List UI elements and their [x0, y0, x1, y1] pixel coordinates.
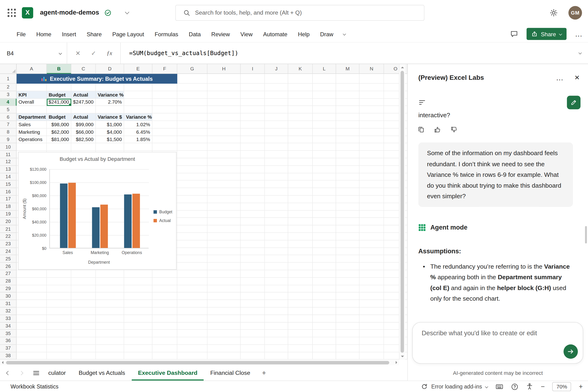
- cell-F27[interactable]: [152, 270, 177, 278]
- cell-K4[interactable]: [288, 99, 313, 106]
- cell-E35[interactable]: [124, 330, 152, 338]
- cell-B5[interactable]: [47, 106, 71, 114]
- cell-D36[interactable]: [96, 338, 124, 345]
- cell-A27[interactable]: [17, 270, 47, 278]
- cell-N3[interactable]: [359, 91, 384, 99]
- row-header-8[interactable]: 8: [0, 128, 17, 136]
- row-header-28[interactable]: 28: [0, 278, 17, 285]
- cell-D38[interactable]: [96, 352, 124, 360]
- row-header-23[interactable]: 23: [0, 240, 17, 248]
- cell-I16[interactable]: [241, 188, 265, 196]
- cell-B2[interactable]: [47, 84, 71, 91]
- cell-C36[interactable]: [71, 338, 96, 345]
- cell-M13[interactable]: [336, 166, 359, 173]
- column-header-G[interactable]: G: [177, 64, 207, 74]
- cell-A7[interactable]: Sales: [17, 121, 47, 128]
- cell-G18[interactable]: [177, 203, 207, 210]
- cell-M36[interactable]: [336, 338, 359, 345]
- cell-N15[interactable]: [359, 180, 384, 188]
- cell-G27[interactable]: [177, 270, 207, 278]
- cell-G31[interactable]: [177, 300, 207, 308]
- cell-J11[interactable]: [265, 151, 288, 158]
- cell-K20[interactable]: [288, 218, 313, 226]
- cell-J25[interactable]: [265, 255, 288, 263]
- row-header-3[interactable]: 3: [0, 91, 17, 99]
- formula-input[interactable]: =SUM(budget_vs_actuals[Budget]): [129, 50, 238, 56]
- row-header-12[interactable]: 12: [0, 158, 17, 166]
- cell-H21[interactable]: [207, 225, 241, 233]
- cell-G8[interactable]: [177, 128, 207, 136]
- cell-J20[interactable]: [265, 218, 288, 226]
- cell-G38[interactable]: [177, 352, 207, 360]
- cell-B28[interactable]: [47, 278, 71, 285]
- cell-L6[interactable]: [313, 114, 336, 121]
- accessibility-icon[interactable]: [526, 383, 533, 390]
- dashboard-banner-cell[interactable]: Executive Summary: Budget vs Actuals: [17, 74, 177, 84]
- row-header-33[interactable]: 33: [0, 315, 17, 322]
- cell-D3[interactable]: Variance %: [96, 91, 124, 99]
- cell-C30[interactable]: [71, 292, 96, 300]
- cell-H23[interactable]: [207, 240, 241, 248]
- ribbon-tab-insert[interactable]: Insert: [57, 26, 81, 42]
- row-header-31[interactable]: 31: [0, 300, 17, 308]
- cell-L30[interactable]: [313, 292, 336, 300]
- cell-G25[interactable]: [177, 255, 207, 263]
- cell-G37[interactable]: [177, 345, 207, 352]
- horizontal-scrollbar[interactable]: [0, 360, 399, 365]
- cell-N7[interactable]: [359, 121, 384, 128]
- cell-N4[interactable]: [359, 99, 384, 106]
- column-header-K[interactable]: K: [288, 64, 313, 74]
- cell-K35[interactable]: [288, 330, 313, 338]
- cell-F6[interactable]: [152, 114, 177, 121]
- cell-G33[interactable]: [177, 315, 207, 322]
- cell-M9[interactable]: [336, 136, 359, 144]
- cell-F33[interactable]: [152, 315, 177, 322]
- ribbon-tab-review[interactable]: Review: [206, 26, 235, 42]
- cell-L10[interactable]: [313, 144, 336, 151]
- row-header-1[interactable]: 1: [0, 74, 17, 84]
- cell-G26[interactable]: [177, 263, 207, 270]
- cell-D27[interactable]: [96, 270, 124, 278]
- cell-E7[interactable]: 1.02%: [124, 121, 152, 128]
- cell-J17[interactable]: [265, 196, 288, 203]
- cell-F7[interactable]: [152, 121, 177, 128]
- cell-E2[interactable]: [124, 84, 152, 91]
- cell-G21[interactable]: [177, 225, 207, 233]
- cell-G17[interactable]: [177, 196, 207, 203]
- cell-M6[interactable]: [336, 114, 359, 121]
- cell-H31[interactable]: [207, 300, 241, 308]
- cell-C3[interactable]: Actual: [71, 91, 96, 99]
- cell-G22[interactable]: [177, 233, 207, 240]
- cell-K36[interactable]: [288, 338, 313, 345]
- cell-H1[interactable]: [207, 74, 241, 84]
- cell-J37[interactable]: [265, 345, 288, 352]
- cell-H19[interactable]: [207, 210, 241, 218]
- cell-N8[interactable]: [359, 128, 384, 136]
- cell-M1[interactable]: [336, 74, 359, 84]
- cell-I18[interactable]: [241, 203, 265, 210]
- cell-L16[interactable]: [313, 188, 336, 196]
- previous-sheet-chevron-icon[interactable]: [6, 371, 10, 375]
- cell-G28[interactable]: [177, 278, 207, 285]
- cell-J28[interactable]: [265, 278, 288, 285]
- cell-K14[interactable]: [288, 173, 313, 181]
- cell-I31[interactable]: [241, 300, 265, 308]
- cell-G34[interactable]: [177, 322, 207, 330]
- cell-C28[interactable]: [71, 278, 96, 285]
- cell-G16[interactable]: [177, 188, 207, 196]
- cell-I36[interactable]: [241, 338, 265, 345]
- cell-F32[interactable]: [152, 308, 177, 315]
- cell-J14[interactable]: [265, 173, 288, 181]
- cell-N31[interactable]: [359, 300, 384, 308]
- cell-H18[interactable]: [207, 203, 241, 210]
- vertical-scrollbar[interactable]: [399, 64, 405, 360]
- cell-J24[interactable]: [265, 248, 288, 255]
- row-header-37[interactable]: 37: [0, 345, 17, 352]
- cell-G13[interactable]: [177, 166, 207, 173]
- cell-K16[interactable]: [288, 188, 313, 196]
- cell-L29[interactable]: [313, 285, 336, 293]
- column-header-I[interactable]: I: [241, 64, 265, 74]
- column-header-F[interactable]: F: [152, 64, 177, 74]
- cell-E8[interactable]: 6.45%: [124, 128, 152, 136]
- scroll-left-arrow[interactable]: [2, 361, 3, 364]
